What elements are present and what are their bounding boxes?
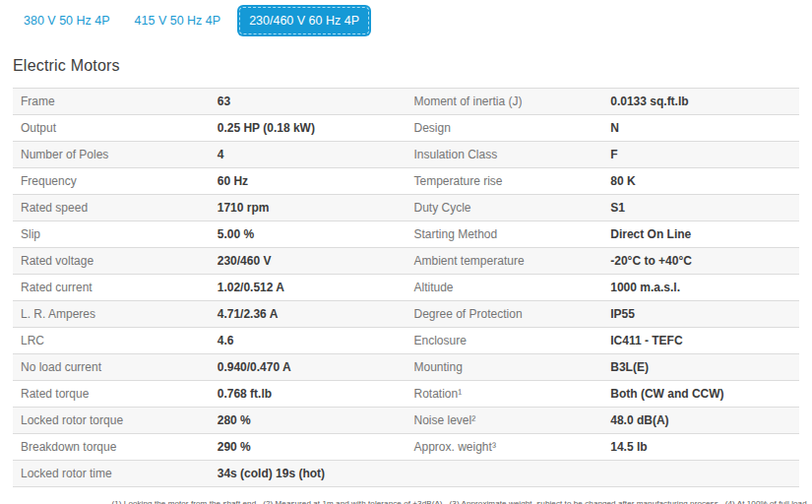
spec-value: 80 K [602, 168, 799, 195]
spec-label: Mounting [406, 354, 603, 381]
table-row: No load current0.940/0.470 AMountingB3L(… [13, 354, 799, 381]
spec-value: 4 [210, 142, 406, 168]
spec-label: Slip [13, 221, 210, 248]
table-row: Rated torque0.768 ft.lbRotation¹Both (CW… [13, 381, 799, 408]
table-row: Breakdown torque290 %Approx. weight³14.5… [13, 434, 799, 461]
footnote-text: (1) Looking the motor from the shaft end… [0, 499, 809, 504]
spec-label: Number of Poles [13, 142, 210, 168]
spec-value: B3L(E) [602, 354, 799, 381]
spec-label: L. R. Amperes [13, 301, 210, 328]
spec-value: -20°C to +40°C [602, 248, 799, 275]
spec-value [602, 461, 799, 487]
tab-380-v-50-hz-4p[interactable]: 380 V 50 Hz 4P [14, 7, 120, 34]
spec-label: Locked rotor time [13, 461, 210, 487]
spec-value: Direct On Line [602, 221, 799, 248]
spec-value: 280 % [210, 408, 406, 434]
table-row: Frequency60 HzTemperature rise80 K [13, 168, 799, 195]
spec-value: 1.02/0.512 A [210, 275, 406, 301]
spec-label: Rotation¹ [406, 381, 603, 408]
spec-label: Locked rotor torque [13, 408, 210, 434]
spec-label: LRC [13, 328, 210, 354]
spec-value: 60 Hz [210, 168, 406, 195]
spec-label: Degree of Protection [406, 301, 603, 328]
spec-value: IP55 [602, 301, 799, 328]
table-row: Slip5.00 %Starting MethodDirect On Line [13, 221, 799, 248]
spec-label: Moment of inertia (J) [406, 89, 603, 115]
spec-label: Altitude [406, 275, 603, 301]
table-row: Rated current1.02/0.512 AAltitude1000 m.… [13, 275, 799, 301]
spec-value: N [602, 115, 799, 142]
spec-label [406, 461, 603, 487]
spec-label: Noise level² [406, 408, 603, 434]
table-row: Frame63Moment of inertia (J)0.0133 sq.ft… [13, 89, 799, 115]
spec-value: 0.25 HP (0.18 kW) [210, 115, 406, 142]
spec-label: Design [406, 115, 603, 142]
tab-bar: 380 V 50 Hz 4P415 V 50 Hz 4P230/460 V 60… [0, 0, 812, 34]
spec-value: Both (CW and CCW) [602, 381, 799, 408]
spec-value: 34s (cold) 19s (hot) [210, 461, 406, 487]
spec-value: 230/460 V [210, 248, 406, 275]
spec-label: Frequency [13, 168, 210, 195]
table-row: Output0.25 HP (0.18 kW)DesignN [13, 115, 799, 142]
spec-label: Starting Method [406, 221, 603, 248]
table-row: L. R. Amperes4.71/2.36 ADegree of Protec… [13, 301, 799, 328]
spec-value: IC411 - TEFC [602, 328, 799, 354]
spec-label: Enclosure [406, 328, 603, 354]
spec-label: Rated torque [13, 381, 210, 408]
specs-table: Frame63Moment of inertia (J)0.0133 sq.ft… [13, 88, 799, 487]
spec-label: No load current [13, 354, 210, 381]
spec-value: 290 % [210, 434, 406, 461]
table-row: Rated voltage230/460 VAmbient temperatur… [13, 248, 799, 275]
page-title: Electric Motors [13, 57, 812, 75]
spec-value: 1000 m.a.s.l. [602, 275, 799, 301]
spec-value: 0.0133 sq.ft.lb [602, 89, 799, 115]
spec-value: 63 [210, 89, 406, 115]
spec-label: Insulation Class [406, 142, 603, 168]
table-row: LRC4.6EnclosureIC411 - TEFC [13, 328, 799, 354]
spec-value: 1710 rpm [210, 195, 406, 221]
spec-label: Approx. weight³ [406, 434, 603, 461]
table-row: Locked rotor torque280 %Noise level²48.0… [13, 408, 799, 434]
spec-label: Rated current [13, 275, 210, 301]
spec-value: F [602, 142, 799, 168]
spec-label: Duty Cycle [406, 195, 603, 221]
spec-value: 0.940/0.470 A [210, 354, 406, 381]
spec-value: 4.71/2.36 A [210, 301, 406, 328]
spec-value: 4.6 [210, 328, 406, 354]
table-row: Number of Poles4Insulation ClassF [13, 142, 799, 168]
spec-value: S1 [602, 195, 799, 221]
spec-label: Rated voltage [13, 248, 210, 275]
spec-value: 14.5 lb [602, 434, 799, 461]
tab-230-460-v-60-hz-4p[interactable]: 230/460 V 60 Hz 4P [239, 7, 369, 34]
spec-label: Rated speed [13, 195, 210, 221]
spec-label: Breakdown torque [13, 434, 210, 461]
spec-label: Frame [13, 89, 210, 115]
spec-value: 48.0 dB(A) [602, 408, 799, 434]
tab-415-v-50-hz-4p[interactable]: 415 V 50 Hz 4P [125, 7, 231, 34]
spec-label: Output [13, 115, 210, 142]
spec-label: Ambient temperature [406, 248, 603, 275]
table-row: Rated speed1710 rpmDuty CycleS1 [13, 195, 799, 221]
spec-value: 0.768 ft.lb [210, 381, 406, 408]
spec-label: Temperature rise [406, 168, 603, 195]
spec-value: 5.00 % [210, 221, 406, 248]
table-row: Locked rotor time34s (cold) 19s (hot) [13, 461, 799, 487]
specs-table-body: Frame63Moment of inertia (J)0.0133 sq.ft… [13, 89, 799, 487]
